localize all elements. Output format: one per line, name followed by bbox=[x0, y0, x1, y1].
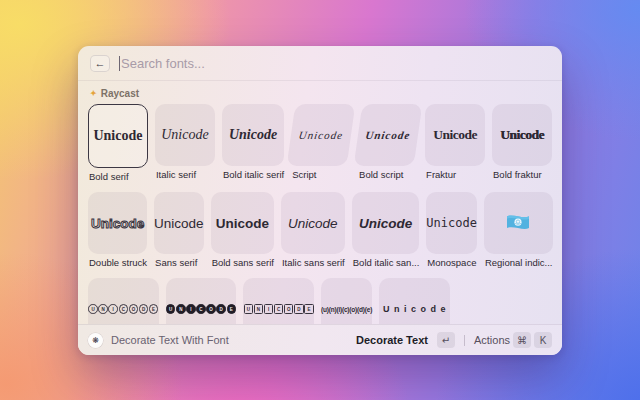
font-tile-label: Monospace bbox=[427, 257, 477, 270]
search-header: ← Search fonts... bbox=[78, 46, 562, 81]
font-grid-row: UnicodeDouble struckUnicodeSans serifUni… bbox=[88, 192, 552, 270]
font-tile-label: Bold serif bbox=[89, 171, 148, 184]
section-header: ✦ Raycast bbox=[90, 88, 550, 99]
font-tile-script[interactable]: Unicode bbox=[287, 104, 356, 166]
search-input[interactable]: Search fonts... bbox=[121, 56, 550, 71]
font-tile-bold-sans-serif[interactable]: Unicode bbox=[211, 192, 274, 254]
font-tile-regional-indic[interactable] bbox=[484, 192, 553, 254]
font-tile-label: Fraktur bbox=[426, 169, 485, 182]
raycast-window: ← Search fonts... ✦ Raycast UnicodeBold … bbox=[78, 46, 562, 355]
font-tile-label: Italic serif bbox=[156, 169, 215, 182]
arrow-left-icon: ← bbox=[95, 57, 106, 69]
raycast-sparkle-icon: ✦ bbox=[90, 89, 97, 98]
primary-action-label[interactable]: Decorate Text bbox=[356, 334, 428, 346]
font-tile-monospace[interactable]: Unicode bbox=[426, 192, 477, 254]
font-tile-label: Double struck bbox=[89, 257, 147, 270]
k-key-badge[interactable]: K bbox=[534, 332, 552, 348]
cmd-key-badge[interactable]: ⌘ bbox=[513, 332, 531, 348]
font-tile-bold-serif[interactable]: Unicode bbox=[88, 104, 148, 168]
font-tile-label: Bold italic san... bbox=[353, 257, 420, 270]
font-grid: UnicodeBold serifUnicodeItalic serifUnic… bbox=[88, 104, 552, 325]
font-tile-label: Regional indic... bbox=[485, 257, 553, 270]
action-bar: ❋ Decorate Text With Font Decorate Text … bbox=[78, 324, 562, 355]
font-tile-label: Bold fraktur bbox=[493, 169, 552, 182]
font-tile-italic-sans-serif[interactable]: Unicode bbox=[281, 192, 345, 254]
return-key-badge[interactable]: ↵ bbox=[437, 332, 455, 348]
font-tile-circled-filled[interactable]: UNICODE bbox=[166, 278, 237, 325]
font-tile-double-struck[interactable]: Unicode bbox=[88, 192, 147, 254]
font-tile-fraktur[interactable]: Unicode bbox=[425, 104, 485, 166]
font-tile-paren[interactable]: unicode bbox=[321, 278, 372, 325]
font-tile-label: Sans serif bbox=[155, 257, 204, 270]
text-caret bbox=[119, 56, 120, 71]
font-tile-bold-italic-san[interactable]: Unicode bbox=[352, 192, 420, 254]
font-tile-italic-serif[interactable]: Unicode bbox=[155, 104, 215, 166]
font-tile-fullwidth[interactable]: Unicode bbox=[379, 278, 450, 325]
font-tile-label: Script bbox=[292, 169, 351, 182]
back-button[interactable]: ← bbox=[90, 55, 110, 72]
results-area: ✦ Raycast UnicodeBold serifUnicodeItalic… bbox=[78, 81, 562, 325]
font-tile-label: Bold italic serif bbox=[223, 169, 284, 182]
font-tile-bold-script[interactable]: Unicode bbox=[354, 104, 423, 166]
font-tile-bold-italic-serif[interactable]: Unicode bbox=[222, 104, 284, 166]
font-tile-sans-serif[interactable]: Unicode bbox=[154, 192, 204, 254]
font-tile-squared[interactable]: UNICODE bbox=[243, 278, 314, 325]
footer-divider bbox=[464, 335, 465, 346]
font-tile-bold-fraktur[interactable]: Unicode bbox=[492, 104, 552, 166]
un-flag-icon bbox=[504, 212, 532, 234]
section-label: Raycast bbox=[101, 88, 139, 99]
font-tile-label: Italic sans serif bbox=[282, 257, 345, 270]
font-grid-row: UnicodeBold serifUnicodeItalic serifUnic… bbox=[88, 104, 552, 184]
actions-button[interactable]: Actions bbox=[474, 334, 510, 346]
font-grid-row: UNICODEUNICODEUNICODEunicodeUnicode bbox=[88, 278, 552, 325]
font-tile-label: Bold sans serif bbox=[212, 257, 274, 270]
font-tile-circled[interactable]: UNICODE bbox=[88, 278, 159, 325]
extension-name: Decorate Text With Font bbox=[111, 334, 229, 346]
extension-icon: ❋ bbox=[88, 333, 103, 348]
font-tile-label: Bold script bbox=[359, 169, 418, 182]
